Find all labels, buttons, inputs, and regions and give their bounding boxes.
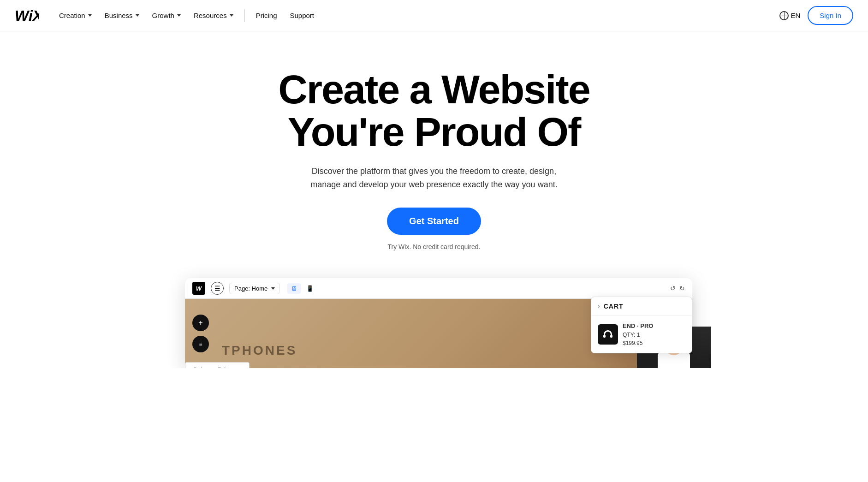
nav-right: EN Sign In (779, 6, 853, 25)
cart-title: CART (604, 303, 624, 310)
editor-undo-redo: ↺ ↻ (670, 285, 685, 292)
cart-item-name: END · PRO (623, 321, 653, 331)
editor-wix-logo: W (192, 282, 205, 295)
nav-item-support[interactable]: Support (285, 8, 320, 23)
chevron-down-icon (136, 14, 139, 17)
navbar: WiX Creation Business Growth Resources P… (0, 0, 868, 31)
color-price-data-table: Color Price (193, 365, 242, 368)
globe-icon (779, 11, 789, 20)
nav-item-business[interactable]: Business (99, 8, 145, 23)
add-tool-button[interactable]: + (192, 315, 209, 331)
signin-button[interactable]: Sign In (808, 6, 853, 25)
chevron-down-icon (271, 287, 275, 290)
svg-text:WiX: WiX (15, 9, 39, 23)
nav-item-growth[interactable]: Growth (147, 8, 186, 23)
layers-tool-button[interactable]: ≡ (192, 336, 209, 352)
editor-menu-icon[interactable]: ☰ (211, 282, 224, 295)
price-column-header: Price (218, 365, 242, 368)
mobile-device-button[interactable]: 📱 (303, 283, 317, 294)
svg-rect-1 (603, 335, 606, 338)
cart-item-qty: QTY: 1 (623, 331, 653, 339)
nav-item-resources[interactable]: Resources (188, 8, 239, 23)
svg-rect-2 (610, 335, 612, 338)
color-price-table: Color Price (185, 362, 250, 368)
chevron-down-icon (177, 14, 181, 17)
editor-left-tools: + ≡ (192, 299, 209, 368)
color-column-header: Color (193, 365, 218, 368)
cart-item: END · PRO QTY: 1 $199.95 (591, 316, 692, 353)
logo[interactable]: WiX (15, 9, 39, 23)
nav-divider (244, 9, 245, 22)
hero-note: Try Wix. No credit card required. (388, 243, 481, 250)
redo-button[interactable]: ↻ (679, 285, 685, 292)
get-started-button[interactable]: Get Started (387, 208, 481, 235)
chevron-down-icon (88, 14, 92, 17)
desktop-device-button[interactable]: 🖥 (287, 283, 301, 294)
chevron-down-icon (230, 14, 233, 17)
nav-links: Creation Business Growth Resources Prici… (54, 8, 779, 23)
hero-section: Create a Website You're Proud Of Discove… (0, 31, 868, 278)
editor-device-buttons: 🖥 📱 (287, 283, 317, 294)
hero-subtitle: Discover the platform that gives you the… (296, 165, 572, 191)
cart-item-info: END · PRO QTY: 1 $199.95 (623, 321, 653, 347)
cart-header: › CART (591, 297, 692, 316)
nav-item-pricing[interactable]: Pricing (250, 8, 283, 23)
cart-item-image (598, 324, 618, 345)
language-selector[interactable]: EN (779, 11, 800, 20)
nav-item-creation[interactable]: Creation (54, 8, 97, 23)
editor-page-select[interactable]: Page: Home (229, 283, 280, 294)
cart-panel: › CART END · PRO QTY: 1 $199.95 (591, 297, 692, 353)
hero-title: Create a Website You're Proud Of (226, 68, 642, 154)
cart-item-price: $199.95 (623, 339, 653, 347)
editor-canvas-brand-text: TPHONES (222, 343, 297, 363)
editor-preview-section: W ☰ Page: Home 🖥 📱 ↺ ↻ + ≡ TPHONES (157, 278, 711, 368)
cart-expand-button[interactable]: › (598, 303, 600, 310)
undo-button[interactable]: ↺ (670, 285, 676, 292)
